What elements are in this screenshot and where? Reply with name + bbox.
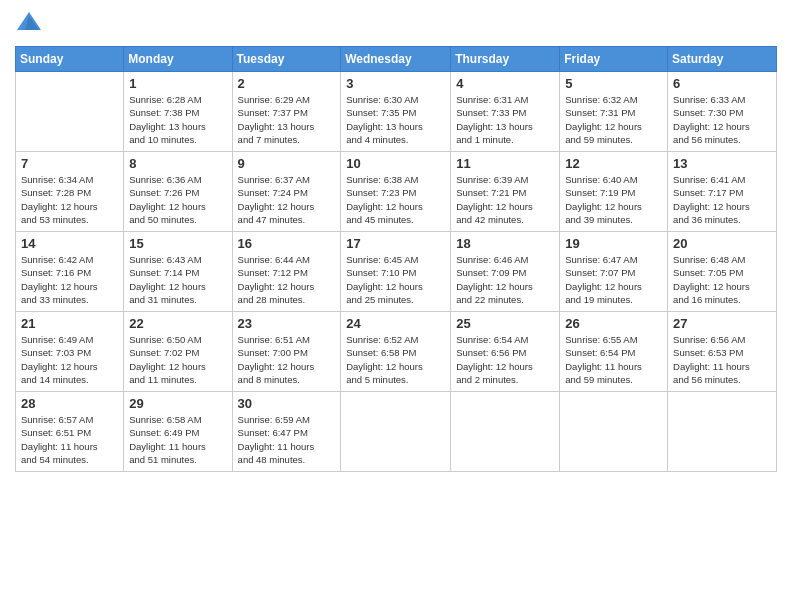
- day-number: 26: [565, 316, 662, 331]
- day-number: 9: [238, 156, 336, 171]
- calendar-cell: 21Sunrise: 6:49 AM Sunset: 7:03 PM Dayli…: [16, 312, 124, 392]
- cell-info: Sunrise: 6:54 AM Sunset: 6:56 PM Dayligh…: [456, 333, 554, 386]
- cell-info: Sunrise: 6:37 AM Sunset: 7:24 PM Dayligh…: [238, 173, 336, 226]
- calendar-cell: [341, 392, 451, 472]
- calendar-cell: 16Sunrise: 6:44 AM Sunset: 7:12 PM Dayli…: [232, 232, 341, 312]
- weekday-header: Sunday: [16, 47, 124, 72]
- day-number: 6: [673, 76, 771, 91]
- cell-info: Sunrise: 6:59 AM Sunset: 6:47 PM Dayligh…: [238, 413, 336, 466]
- day-number: 20: [673, 236, 771, 251]
- cell-info: Sunrise: 6:57 AM Sunset: 6:51 PM Dayligh…: [21, 413, 118, 466]
- cell-info: Sunrise: 6:32 AM Sunset: 7:31 PM Dayligh…: [565, 93, 662, 146]
- cell-info: Sunrise: 6:48 AM Sunset: 7:05 PM Dayligh…: [673, 253, 771, 306]
- calendar-cell: 3Sunrise: 6:30 AM Sunset: 7:35 PM Daylig…: [341, 72, 451, 152]
- calendar-cell: 8Sunrise: 6:36 AM Sunset: 7:26 PM Daylig…: [124, 152, 232, 232]
- calendar-cell: 25Sunrise: 6:54 AM Sunset: 6:56 PM Dayli…: [451, 312, 560, 392]
- calendar-week-row: 21Sunrise: 6:49 AM Sunset: 7:03 PM Dayli…: [16, 312, 777, 392]
- cell-info: Sunrise: 6:42 AM Sunset: 7:16 PM Dayligh…: [21, 253, 118, 306]
- day-number: 30: [238, 396, 336, 411]
- day-number: 17: [346, 236, 445, 251]
- calendar-cell: 27Sunrise: 6:56 AM Sunset: 6:53 PM Dayli…: [668, 312, 777, 392]
- calendar-cell: 18Sunrise: 6:46 AM Sunset: 7:09 PM Dayli…: [451, 232, 560, 312]
- calendar-header-row: SundayMondayTuesdayWednesdayThursdayFrid…: [16, 47, 777, 72]
- cell-info: Sunrise: 6:46 AM Sunset: 7:09 PM Dayligh…: [456, 253, 554, 306]
- calendar-cell: 12Sunrise: 6:40 AM Sunset: 7:19 PM Dayli…: [560, 152, 668, 232]
- cell-info: Sunrise: 6:28 AM Sunset: 7:38 PM Dayligh…: [129, 93, 226, 146]
- cell-info: Sunrise: 6:55 AM Sunset: 6:54 PM Dayligh…: [565, 333, 662, 386]
- weekday-header: Wednesday: [341, 47, 451, 72]
- cell-info: Sunrise: 6:51 AM Sunset: 7:00 PM Dayligh…: [238, 333, 336, 386]
- day-number: 24: [346, 316, 445, 331]
- cell-info: Sunrise: 6:49 AM Sunset: 7:03 PM Dayligh…: [21, 333, 118, 386]
- calendar-cell: 13Sunrise: 6:41 AM Sunset: 7:17 PM Dayli…: [668, 152, 777, 232]
- calendar-cell: 23Sunrise: 6:51 AM Sunset: 7:00 PM Dayli…: [232, 312, 341, 392]
- cell-info: Sunrise: 6:29 AM Sunset: 7:37 PM Dayligh…: [238, 93, 336, 146]
- day-number: 13: [673, 156, 771, 171]
- cell-info: Sunrise: 6:38 AM Sunset: 7:23 PM Dayligh…: [346, 173, 445, 226]
- day-number: 28: [21, 396, 118, 411]
- calendar-cell: 2Sunrise: 6:29 AM Sunset: 7:37 PM Daylig…: [232, 72, 341, 152]
- calendar: SundayMondayTuesdayWednesdayThursdayFrid…: [15, 46, 777, 472]
- calendar-cell: 9Sunrise: 6:37 AM Sunset: 7:24 PM Daylig…: [232, 152, 341, 232]
- calendar-cell: [451, 392, 560, 472]
- weekday-header: Tuesday: [232, 47, 341, 72]
- cell-info: Sunrise: 6:31 AM Sunset: 7:33 PM Dayligh…: [456, 93, 554, 146]
- day-number: 14: [21, 236, 118, 251]
- cell-info: Sunrise: 6:34 AM Sunset: 7:28 PM Dayligh…: [21, 173, 118, 226]
- day-number: 18: [456, 236, 554, 251]
- cell-info: Sunrise: 6:52 AM Sunset: 6:58 PM Dayligh…: [346, 333, 445, 386]
- cell-info: Sunrise: 6:33 AM Sunset: 7:30 PM Dayligh…: [673, 93, 771, 146]
- calendar-cell: 22Sunrise: 6:50 AM Sunset: 7:02 PM Dayli…: [124, 312, 232, 392]
- calendar-cell: 20Sunrise: 6:48 AM Sunset: 7:05 PM Dayli…: [668, 232, 777, 312]
- calendar-cell: 28Sunrise: 6:57 AM Sunset: 6:51 PM Dayli…: [16, 392, 124, 472]
- day-number: 3: [346, 76, 445, 91]
- weekday-header: Monday: [124, 47, 232, 72]
- day-number: 10: [346, 156, 445, 171]
- day-number: 2: [238, 76, 336, 91]
- cell-info: Sunrise: 6:36 AM Sunset: 7:26 PM Dayligh…: [129, 173, 226, 226]
- day-number: 5: [565, 76, 662, 91]
- day-number: 27: [673, 316, 771, 331]
- day-number: 22: [129, 316, 226, 331]
- day-number: 19: [565, 236, 662, 251]
- calendar-cell: 11Sunrise: 6:39 AM Sunset: 7:21 PM Dayli…: [451, 152, 560, 232]
- page: SundayMondayTuesdayWednesdayThursdayFrid…: [0, 0, 792, 612]
- weekday-header: Saturday: [668, 47, 777, 72]
- calendar-cell: 1Sunrise: 6:28 AM Sunset: 7:38 PM Daylig…: [124, 72, 232, 152]
- day-number: 16: [238, 236, 336, 251]
- calendar-week-row: 14Sunrise: 6:42 AM Sunset: 7:16 PM Dayli…: [16, 232, 777, 312]
- day-number: 7: [21, 156, 118, 171]
- cell-info: Sunrise: 6:40 AM Sunset: 7:19 PM Dayligh…: [565, 173, 662, 226]
- calendar-cell: 17Sunrise: 6:45 AM Sunset: 7:10 PM Dayli…: [341, 232, 451, 312]
- cell-info: Sunrise: 6:43 AM Sunset: 7:14 PM Dayligh…: [129, 253, 226, 306]
- day-number: 4: [456, 76, 554, 91]
- weekday-header: Friday: [560, 47, 668, 72]
- calendar-cell: 29Sunrise: 6:58 AM Sunset: 6:49 PM Dayli…: [124, 392, 232, 472]
- cell-info: Sunrise: 6:45 AM Sunset: 7:10 PM Dayligh…: [346, 253, 445, 306]
- calendar-cell: 7Sunrise: 6:34 AM Sunset: 7:28 PM Daylig…: [16, 152, 124, 232]
- header: [15, 10, 777, 38]
- calendar-cell: 4Sunrise: 6:31 AM Sunset: 7:33 PM Daylig…: [451, 72, 560, 152]
- calendar-week-row: 7Sunrise: 6:34 AM Sunset: 7:28 PM Daylig…: [16, 152, 777, 232]
- calendar-cell: 5Sunrise: 6:32 AM Sunset: 7:31 PM Daylig…: [560, 72, 668, 152]
- day-number: 29: [129, 396, 226, 411]
- calendar-week-row: 1Sunrise: 6:28 AM Sunset: 7:38 PM Daylig…: [16, 72, 777, 152]
- cell-info: Sunrise: 6:50 AM Sunset: 7:02 PM Dayligh…: [129, 333, 226, 386]
- calendar-cell: 26Sunrise: 6:55 AM Sunset: 6:54 PM Dayli…: [560, 312, 668, 392]
- calendar-cell: 14Sunrise: 6:42 AM Sunset: 7:16 PM Dayli…: [16, 232, 124, 312]
- cell-info: Sunrise: 6:44 AM Sunset: 7:12 PM Dayligh…: [238, 253, 336, 306]
- cell-info: Sunrise: 6:39 AM Sunset: 7:21 PM Dayligh…: [456, 173, 554, 226]
- calendar-cell: [560, 392, 668, 472]
- cell-info: Sunrise: 6:30 AM Sunset: 7:35 PM Dayligh…: [346, 93, 445, 146]
- calendar-cell: 10Sunrise: 6:38 AM Sunset: 7:23 PM Dayli…: [341, 152, 451, 232]
- calendar-cell: [668, 392, 777, 472]
- day-number: 8: [129, 156, 226, 171]
- logo: [15, 10, 45, 38]
- cell-info: Sunrise: 6:58 AM Sunset: 6:49 PM Dayligh…: [129, 413, 226, 466]
- cell-info: Sunrise: 6:56 AM Sunset: 6:53 PM Dayligh…: [673, 333, 771, 386]
- calendar-cell: 30Sunrise: 6:59 AM Sunset: 6:47 PM Dayli…: [232, 392, 341, 472]
- calendar-cell: 19Sunrise: 6:47 AM Sunset: 7:07 PM Dayli…: [560, 232, 668, 312]
- day-number: 1: [129, 76, 226, 91]
- calendar-cell: [16, 72, 124, 152]
- logo-icon: [15, 10, 43, 38]
